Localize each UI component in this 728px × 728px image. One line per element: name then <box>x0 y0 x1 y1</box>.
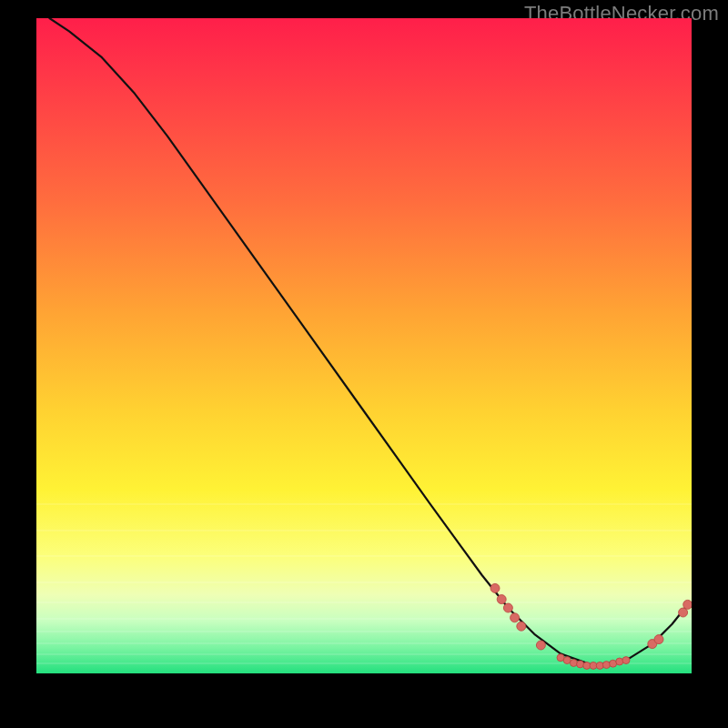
data-marker <box>563 657 571 664</box>
data-marker <box>622 657 630 664</box>
data-marker <box>616 658 623 665</box>
bottleneck-curve <box>49 18 684 665</box>
data-marker <box>583 662 591 669</box>
data-marker <box>683 600 692 609</box>
data-marker <box>570 660 577 667</box>
chart-stage: TheBottleNecker.com <box>0 0 728 728</box>
data-marker <box>490 583 500 592</box>
data-marker <box>557 654 564 662</box>
data-marker <box>497 595 506 604</box>
data-marker <box>602 662 610 669</box>
data-marker <box>596 662 603 669</box>
data-marker <box>610 660 617 667</box>
data-marker <box>536 641 545 650</box>
plot-area <box>36 18 692 673</box>
data-marker <box>654 635 663 644</box>
data-marker <box>577 661 584 668</box>
curve-layer <box>36 18 692 673</box>
data-marker <box>517 622 526 631</box>
data-marker <box>590 662 597 669</box>
data-marker <box>503 603 512 612</box>
data-marker <box>511 613 520 622</box>
data-markers <box>490 583 692 669</box>
